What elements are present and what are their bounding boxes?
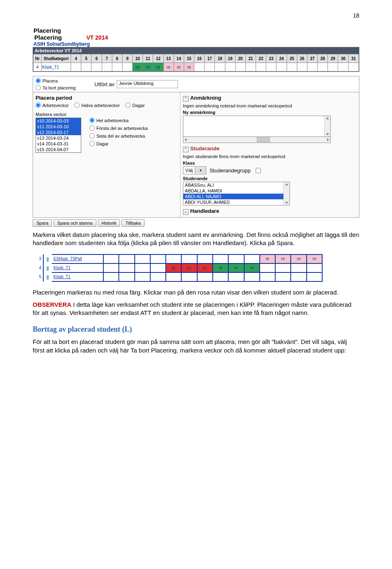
vecka-list-item[interactable]: v13 2014-03-24 bbox=[36, 135, 81, 141]
schema-cell[interactable] bbox=[119, 254, 134, 263]
radio-placera-input[interactable] bbox=[36, 78, 41, 83]
radio-halva[interactable]: Halva arbetsveckor bbox=[74, 103, 120, 108]
week-row-category[interactable]: KIssk_T1 bbox=[42, 63, 71, 71]
schema-cell[interactable] bbox=[244, 272, 260, 281]
week-cell[interactable] bbox=[112, 63, 122, 71]
schema-cell[interactable]: pc bbox=[197, 263, 213, 272]
schema-cell[interactable] bbox=[307, 272, 322, 281]
week-row-nr[interactable]: 4 bbox=[33, 63, 42, 71]
tillbaka-button[interactable]: Tillbaka bbox=[122, 219, 145, 227]
schema-cell[interactable] bbox=[260, 263, 275, 272]
schema-cell[interactable] bbox=[197, 272, 213, 281]
radio-sista-del[interactable]: Sista del av arbetsvecka bbox=[89, 133, 148, 138]
scrollbar-vertical[interactable] bbox=[324, 116, 330, 136]
schema-cell[interactable] bbox=[150, 254, 166, 263]
week-cell[interactable] bbox=[71, 63, 81, 71]
schema-cell[interactable] bbox=[150, 263, 166, 272]
vecka-list-item[interactable]: v14 2014-03-31 bbox=[36, 141, 81, 147]
radio-placera[interactable]: Placera bbox=[36, 78, 76, 83]
week-cell[interactable] bbox=[318, 63, 328, 71]
schema-cell[interactable] bbox=[166, 272, 181, 281]
week-cell[interactable]: re bbox=[184, 63, 194, 71]
studerande-list-item[interactable]: ABDALLA, HAMDI bbox=[183, 188, 290, 194]
schema-cell[interactable]: re bbox=[244, 263, 260, 272]
schema-cell[interactable]: re bbox=[213, 263, 228, 272]
schema-cell[interactable]: re bbox=[307, 254, 322, 263]
ny-anmarkning-textarea[interactable] bbox=[183, 116, 331, 137]
schema-cell[interactable] bbox=[228, 272, 244, 281]
chevron-down-icon[interactable]: ▾ bbox=[195, 167, 206, 174]
vecka-list-item[interactable]: v10 2014-03-03 bbox=[36, 118, 81, 124]
studerande-listbox[interactable]: ABASSou, ALIABDALLA, HAMDIABDI ALI, NAJM… bbox=[183, 182, 290, 205]
radio-ta-bort[interactable]: Ta bort placering bbox=[36, 85, 76, 90]
schema-cell[interactable] bbox=[103, 272, 119, 281]
schema-cell[interactable] bbox=[103, 263, 119, 272]
radio-dagar-2[interactable]: Dagar bbox=[89, 141, 148, 146]
schema-cell[interactable] bbox=[135, 263, 150, 272]
week-cell[interactable]: re bbox=[163, 63, 174, 71]
schema-row-category[interactable]: KIssk_T1 bbox=[52, 272, 103, 281]
radio-dagar[interactable]: Dagar bbox=[125, 103, 145, 108]
schema-cell[interactable] bbox=[181, 254, 197, 263]
week-cell[interactable] bbox=[194, 63, 205, 71]
historik-button[interactable]: Historik bbox=[98, 219, 120, 227]
schema-cell[interactable] bbox=[307, 263, 322, 272]
collapse-icon[interactable]: ⌃ bbox=[183, 96, 189, 102]
scrollbar-horizontal[interactable] bbox=[183, 137, 331, 143]
week-cell[interactable] bbox=[297, 63, 307, 71]
info-icon[interactable]: ▮ bbox=[43, 254, 52, 263]
schema-cell[interactable]: re bbox=[260, 254, 275, 263]
klass-dropdown[interactable]: Välj ▾ bbox=[183, 166, 206, 174]
schema-cell[interactable] bbox=[166, 254, 181, 263]
radio-arbetsveckor[interactable]: Arbetsveckor bbox=[36, 103, 69, 108]
week-cell[interactable] bbox=[215, 63, 225, 71]
utfort-av-field[interactable]: Jennie Utbildning bbox=[117, 80, 178, 88]
week-cell[interactable]: re bbox=[174, 63, 184, 71]
vecka-list-item[interactable]: v12 2014-03-17 bbox=[36, 129, 81, 135]
vecka-list-item[interactable]: v11 2014-03-10 bbox=[36, 124, 81, 129]
week-cell[interactable]: re bbox=[133, 63, 143, 71]
week-cell[interactable] bbox=[205, 63, 215, 71]
schema-cell[interactable] bbox=[291, 272, 306, 281]
schema-cell[interactable]: re bbox=[275, 254, 291, 263]
schema-row-category[interactable]: ESHssk_T5Pall bbox=[52, 254, 103, 263]
week-cell[interactable] bbox=[307, 63, 317, 71]
week-cell[interactable] bbox=[266, 63, 276, 71]
schema-cell[interactable]: pc bbox=[166, 263, 181, 272]
schema-cell[interactable]: pc bbox=[181, 263, 197, 272]
studerande-list-item[interactable]: ABDI ALI, NAJMO bbox=[183, 194, 290, 199]
week-cell[interactable] bbox=[81, 63, 91, 71]
radio-ta-bort-input[interactable] bbox=[36, 85, 41, 90]
week-cell[interactable] bbox=[102, 63, 112, 71]
week-cell[interactable] bbox=[328, 63, 338, 71]
week-cell[interactable]: re bbox=[153, 63, 163, 71]
schema-cell[interactable] bbox=[181, 272, 197, 281]
week-cell[interactable] bbox=[235, 63, 245, 71]
info-icon[interactable]: ▮ bbox=[43, 263, 52, 272]
schema-cell[interactable] bbox=[228, 254, 244, 263]
schema-cell[interactable]: re bbox=[228, 263, 244, 272]
collapse-icon[interactable]: ⌃ bbox=[183, 147, 189, 152]
schema-cell[interactable] bbox=[213, 272, 228, 281]
markera-veckor-list[interactable]: v10 2014-03-03v11 2014-03-10v12 2014-03-… bbox=[36, 118, 81, 153]
schema-cell[interactable] bbox=[135, 272, 150, 281]
schema-cell[interactable] bbox=[260, 272, 275, 281]
schema-cell[interactable] bbox=[275, 263, 291, 272]
vecka-list-item[interactable]: v15 2014-04-07 bbox=[36, 147, 81, 152]
schema-cell[interactable] bbox=[197, 254, 213, 263]
spara-stanna-button[interactable]: Spara och stanna bbox=[53, 219, 96, 227]
week-cell[interactable] bbox=[91, 63, 102, 71]
schema-cell[interactable]: re bbox=[291, 254, 306, 263]
schema-row-category[interactable]: KIssk_T1 bbox=[52, 263, 103, 272]
studerande-list-item[interactable]: ABDI YUSUF, AHMED bbox=[183, 199, 290, 205]
schema-cell[interactable] bbox=[135, 254, 150, 263]
radio-hel-arbetsvecka[interactable]: Hel arbetsvecka bbox=[89, 118, 148, 123]
week-cell[interactable] bbox=[122, 63, 132, 71]
info-icon[interactable]: ▮ bbox=[43, 272, 52, 281]
expand-icon[interactable]: ⌄ bbox=[183, 209, 189, 215]
studerande-list-item[interactable]: ABASSou, ALI bbox=[183, 182, 290, 188]
week-cell[interactable] bbox=[338, 63, 348, 71]
schema-cell[interactable] bbox=[213, 254, 228, 263]
week-cell[interactable] bbox=[245, 63, 256, 71]
spara-button[interactable]: Spara bbox=[33, 219, 52, 227]
